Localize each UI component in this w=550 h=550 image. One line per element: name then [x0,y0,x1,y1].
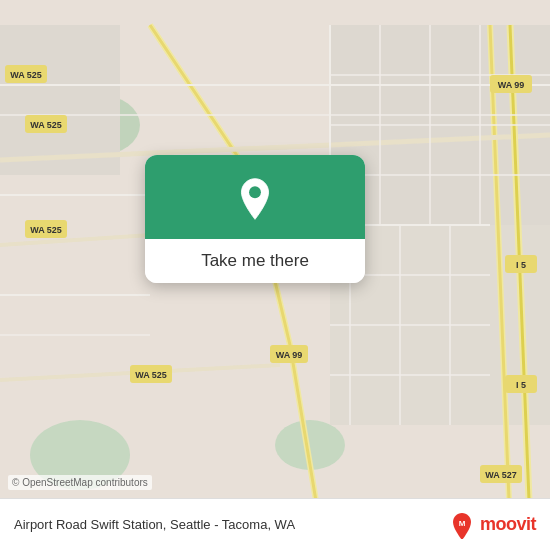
card-body[interactable]: Take me there [145,239,365,283]
map-container: WA 99 WA 525 WA 525 WA 525 I 5 I 5 WA 52… [0,0,550,550]
card-header [145,155,365,239]
svg-text:I 5: I 5 [516,260,526,270]
svg-rect-6 [0,25,120,175]
svg-text:M: M [459,519,466,528]
svg-text:WA 527: WA 527 [485,470,517,480]
moovit-logo: M moovit [448,511,536,539]
take-me-there-button[interactable]: Take me there [201,251,309,271]
location-pin-icon [233,177,277,221]
svg-text:WA 525: WA 525 [30,120,62,130]
location-label: Airport Road Swift Station, Seattle - Ta… [14,517,295,532]
svg-text:WA 99: WA 99 [498,80,525,90]
bottom-info-bar: Airport Road Swift Station, Seattle - Ta… [0,498,550,550]
svg-text:WA 525: WA 525 [135,370,167,380]
svg-text:WA 99: WA 99 [276,350,303,360]
map-attribution: © OpenStreetMap contributors [8,475,152,490]
svg-text:I 5: I 5 [516,380,526,390]
moovit-icon: M [448,511,476,539]
svg-text:WA 525: WA 525 [30,225,62,235]
take-me-there-card: Take me there [145,155,365,283]
svg-point-51 [249,186,261,198]
svg-text:WA 525: WA 525 [10,70,42,80]
moovit-brand-text: moovit [480,514,536,535]
